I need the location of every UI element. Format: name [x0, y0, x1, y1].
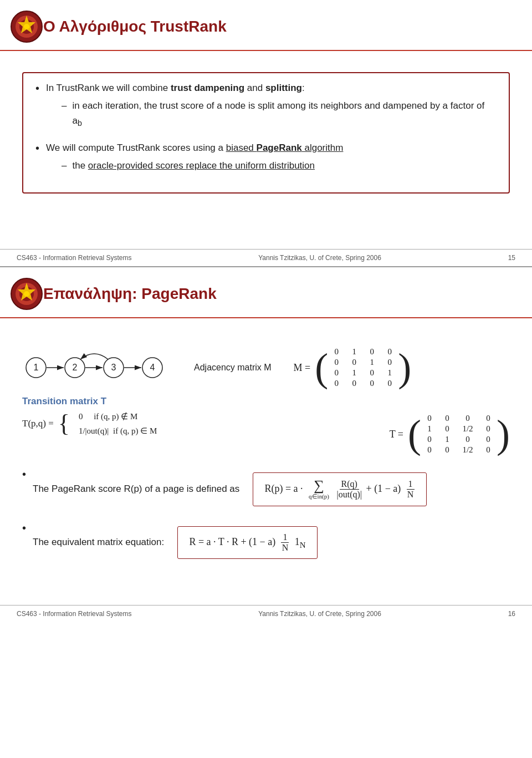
- matrix-row-0: 0 1 0 0: [331, 347, 395, 357]
- t-row-0: 0 0 0 0: [424, 414, 493, 423]
- svg-text:2: 2: [73, 363, 78, 372]
- t-formula-block: T(p,q) = { 0 if (q, p) ∉ M 1/|out(q)| if…: [22, 411, 157, 436]
- big-brace: {: [58, 411, 70, 436]
- bullet2: • We will compute TrustRank scores using…: [35, 141, 497, 177]
- equiv-1n-num: 1: [281, 532, 289, 543]
- t-pq-label: T(p,q) =: [22, 418, 54, 429]
- slide2-footer: CS463 - Information Retrieval Systems Ya…: [0, 605, 532, 622]
- university-logo-2: [10, 277, 43, 311]
- t-row-3: 0 0 1/2 0: [424, 445, 493, 455]
- sum-sigma: ∑: [314, 479, 324, 493]
- 1n-fraction: 1 N: [406, 479, 416, 500]
- svg-text:1: 1: [34, 363, 39, 372]
- pr-bullet-content: The PageRank score R(p) of a page is def…: [33, 467, 427, 511]
- equiv-1n-fraction: 1 N: [280, 532, 290, 553]
- slide2-title: Επανάληψη: PageRank: [43, 285, 217, 303]
- equiv-formula-r: R = a · T · R + (1 − a): [189, 536, 275, 547]
- equiv-formula-1n: 1N: [295, 536, 306, 547]
- adjacency-matrix-outer: M = ( 0 1 0 0 0 0 1 0: [294, 345, 412, 390]
- slide-1: Ο Αλγόριθμος TrustRank • In TrustRank we…: [0, 0, 532, 266]
- slide1-highlight-box: • In TrustRank we will combine trust dam…: [22, 72, 510, 194]
- slide1-title: Ο Αλγόριθμος TrustRank: [43, 18, 227, 35]
- m-equals: M =: [294, 362, 311, 374]
- equiv-content: The equivalent matrix equation: R = a · …: [33, 521, 318, 559]
- biased-pagerank-underline: biased PageRank algorithm: [226, 143, 344, 153]
- slide1-content: • In TrustRank we will combine trust dam…: [0, 61, 532, 205]
- equiv-1n-den: N: [280, 543, 290, 553]
- footer1-page: 15: [508, 254, 515, 262]
- footer2-mid: Yannis Tzitzikas, U. of Crete, Spring 20…: [258, 610, 381, 618]
- t-equals-label: T =: [390, 429, 403, 440]
- slide-2: Επανάληψη: PageRank 1 2: [0, 267, 532, 622]
- case1: 0 if (q, p) ∉ M: [79, 411, 157, 421]
- 1n-numerator: 1: [407, 479, 415, 490]
- pr-plus-term: + (1 − a): [366, 483, 401, 494]
- transition-formula-row: T(p,q) = { 0 if (q, p) ∉ M 1/|out(q)| if…: [22, 411, 510, 457]
- bold-pagerank: PageRank: [257, 143, 302, 153]
- adjacency-matrix-cells: 0 1 0 0 0 0 1 0 0 1 0 1: [328, 345, 398, 390]
- footer1-left: CS463 - Information Retrieval Systems: [17, 254, 131, 262]
- slide1-header: Ο Αλγόριθμος TrustRank: [0, 0, 532, 51]
- sub-dash2: –: [62, 159, 66, 173]
- matrix-left-bracket: (: [315, 348, 328, 388]
- case1-cond: if (q, p) ∉ M: [94, 412, 137, 421]
- svg-text:3: 3: [111, 363, 116, 372]
- graph-formula-row: 1 2 3 4 Adjacency m: [22, 345, 510, 390]
- bold-splitting: splitting: [265, 83, 302, 93]
- sub1-item: – in each iteration, the trust score of …: [62, 99, 497, 130]
- footer1-mid: Yannis Tzitzikas, U. of Crete, Spring 20…: [258, 254, 381, 262]
- equiv-formula-box: R = a · T · R + (1 − a) 1 N 1N: [177, 526, 317, 559]
- matrix-row-3: 0 0 0 0: [331, 379, 395, 388]
- t-row-2: 0 1 0 0: [424, 435, 493, 444]
- sum-symbol: ∑ q∈in(p): [309, 479, 329, 500]
- transition-section: Transition matrix T T(p,q) = { 0 if (q, …: [22, 396, 510, 457]
- slide2-content: 1 2 3 4 Adjacency m: [0, 328, 532, 600]
- pr-formula-rp: R(p) = a ·: [264, 483, 303, 494]
- transition-matrix-outer: T = ( 0 0 0 0 1 0 1/2 0: [390, 411, 510, 457]
- equiv-text: The equivalent matrix equation:: [33, 537, 164, 547]
- matrix-row-1: 0 0 1 0: [331, 358, 395, 367]
- svg-point-4: [24, 24, 29, 29]
- pr-bullet-text: The PageRank score R(p) of a page is def…: [33, 484, 239, 494]
- sub-bullet2: – the oracle-provided scores replace the…: [62, 159, 343, 173]
- sub2-text: the oracle-provided scores replace the u…: [72, 159, 315, 173]
- subscript-N: N: [300, 540, 306, 549]
- case2: 1/|out(q)| if (q, p) ∈ M: [79, 426, 157, 436]
- rq-numerator: R(q): [340, 479, 359, 490]
- transition-title: Transition matrix T: [22, 396, 510, 407]
- bullet1-dot: •: [35, 82, 39, 95]
- sub-bullet1: – in each iteration, the trust score of …: [62, 99, 497, 130]
- graph-svg: 1 2 3 4: [22, 345, 166, 390]
- footer2-page: 16: [508, 610, 515, 618]
- bullet2-text: We will compute TrustRank scores using a…: [46, 141, 343, 177]
- t-right-bracket: ): [497, 414, 510, 454]
- matrix-right-bracket: ): [398, 348, 411, 388]
- case2-cond: if (q, p) ∈ M: [113, 426, 157, 435]
- rq-denominator: |out(q)|: [335, 490, 364, 500]
- rq-fraction: R(q) |out(q)|: [335, 479, 364, 500]
- case1-val: 0: [79, 412, 83, 421]
- svg-text:4: 4: [150, 363, 155, 372]
- oracle-underline: oracle-provided scores replace the unifo…: [88, 160, 315, 171]
- sub2-item: – the oracle-provided scores replace the…: [62, 159, 343, 173]
- brace-cases: 0 if (q, p) ∉ M 1/|out(q)| if (q, p) ∈ M: [79, 411, 157, 436]
- sub-b: b: [78, 119, 82, 128]
- t-row-1: 1 0 1/2 0: [424, 424, 493, 434]
- transition-matrix-cells: 0 0 0 0 1 0 1/2 0 0 1: [421, 411, 497, 457]
- bullet2-dot: •: [35, 142, 39, 155]
- equiv-bullet: • The equivalent matrix equation: R = a …: [22, 521, 510, 559]
- adjacency-label: Adjacency matrix M: [194, 363, 272, 373]
- case2-val: 1/|out(q)|: [79, 426, 109, 435]
- slide1-footer: CS463 - Information Retrieval Systems Ya…: [0, 249, 532, 266]
- pagerank-bullet: • The PageRank score R(p) of a page is d…: [22, 467, 510, 511]
- sub-dash1: –: [62, 99, 66, 113]
- bullet1: • In TrustRank we will combine trust dam…: [35, 81, 497, 133]
- matrix-row-2: 0 1 0 1: [331, 368, 395, 378]
- pr-bullet-dot: •: [22, 468, 26, 481]
- pagerank-formula-box: R(p) = a · ∑ q∈in(p) R(q) |out(q)| + (1 …: [253, 472, 427, 506]
- equiv-bullet-dot: •: [22, 522, 26, 535]
- university-logo-1: [10, 10, 43, 43]
- sum-below: q∈in(p): [309, 493, 329, 500]
- sub1-text: in each iteration, the trust score of a …: [72, 99, 497, 130]
- t-left-bracket: (: [408, 414, 421, 454]
